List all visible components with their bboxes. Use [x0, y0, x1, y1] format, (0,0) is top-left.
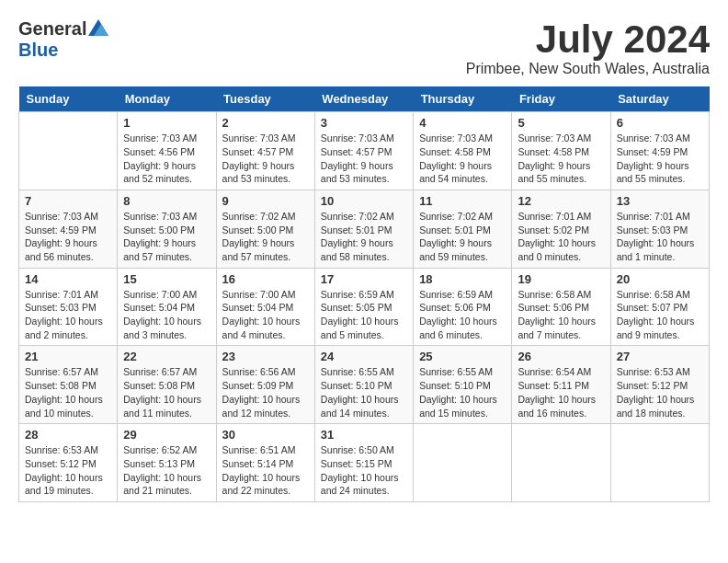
table-row: 24Sunrise: 6:55 AMSunset: 5:10 PMDayligh… [314, 346, 413, 424]
table-row: 21Sunrise: 6:57 AMSunset: 5:08 PMDayligh… [19, 346, 118, 424]
table-row [19, 112, 118, 190]
table-row: 20Sunrise: 6:58 AMSunset: 5:07 PMDayligh… [610, 268, 709, 346]
cell-info: Sunrise: 6:58 AMSunset: 5:06 PMDaylight:… [518, 288, 604, 342]
cell-info: Sunrise: 7:01 AMSunset: 5:02 PMDaylight:… [518, 210, 604, 264]
table-row: 28Sunrise: 6:53 AMSunset: 5:12 PMDayligh… [19, 424, 118, 502]
week-row-2: 14Sunrise: 7:01 AMSunset: 5:03 PMDayligh… [19, 268, 710, 346]
header-cell-sunday: Sunday [19, 86, 118, 112]
week-row-4: 28Sunrise: 6:53 AMSunset: 5:12 PMDayligh… [19, 424, 710, 502]
month-title: July 2024 [466, 18, 710, 61]
table-row: 19Sunrise: 6:58 AMSunset: 5:06 PMDayligh… [512, 268, 610, 346]
table-row: 22Sunrise: 6:57 AMSunset: 5:08 PMDayligh… [118, 346, 216, 424]
table-row: 5Sunrise: 7:03 AMSunset: 4:58 PMDaylight… [512, 112, 610, 190]
cell-info: Sunrise: 6:58 AMSunset: 5:07 PMDaylight:… [617, 288, 703, 342]
table-row [610, 424, 709, 502]
header-row: SundayMondayTuesdayWednesdayThursdayFrid… [19, 86, 710, 112]
cell-info: Sunrise: 6:50 AMSunset: 5:15 PMDaylight:… [321, 443, 407, 498]
location-text: Primbee, New South Wales, Australia [466, 61, 710, 77]
table-row: 16Sunrise: 7:00 AMSunset: 5:04 PMDayligh… [216, 268, 314, 346]
cell-info: Sunrise: 7:00 AMSunset: 5:04 PMDaylight:… [123, 288, 210, 342]
header-cell-monday: Monday [118, 86, 216, 112]
table-row: 14Sunrise: 7:01 AMSunset: 5:03 PMDayligh… [19, 268, 118, 346]
cell-info: Sunrise: 7:03 AMSunset: 5:00 PMDaylight:… [123, 210, 210, 264]
table-row: 2Sunrise: 7:03 AMSunset: 4:57 PMDaylight… [216, 112, 314, 190]
calendar-header: SundayMondayTuesdayWednesdayThursdayFrid… [19, 86, 710, 112]
day-number: 5 [518, 116, 604, 130]
header-cell-tuesday: Tuesday [216, 86, 314, 112]
logo: General Blue [18, 18, 108, 61]
cell-info: Sunrise: 7:01 AMSunset: 5:03 PMDaylight:… [25, 288, 111, 342]
day-number: 7 [25, 194, 111, 208]
cell-info: Sunrise: 6:53 AMSunset: 5:12 PMDaylight:… [25, 443, 111, 498]
day-number: 3 [321, 116, 407, 130]
cell-info: Sunrise: 6:59 AMSunset: 5:05 PMDaylight:… [321, 288, 407, 342]
day-number: 14 [25, 272, 111, 286]
calendar-table: SundayMondayTuesdayWednesdayThursdayFrid… [18, 86, 710, 502]
cell-info: Sunrise: 7:03 AMSunset: 4:59 PMDaylight:… [617, 132, 703, 186]
cell-info: Sunrise: 7:00 AMSunset: 5:04 PMDaylight:… [222, 288, 309, 342]
table-row: 7Sunrise: 7:03 AMSunset: 4:59 PMDaylight… [19, 190, 118, 268]
day-number: 29 [123, 428, 210, 442]
cell-info: Sunrise: 7:03 AMSunset: 4:57 PMDaylight:… [222, 132, 309, 186]
week-row-1: 7Sunrise: 7:03 AMSunset: 4:59 PMDaylight… [19, 190, 710, 268]
table-row: 9Sunrise: 7:02 AMSunset: 5:00 PMDaylight… [216, 190, 314, 268]
day-number: 31 [321, 428, 407, 442]
day-number: 26 [518, 350, 604, 363]
day-number: 1 [123, 116, 210, 130]
day-number: 13 [617, 194, 703, 208]
title-area: July 2024 Primbee, New South Wales, Aust… [466, 18, 710, 77]
table-row: 30Sunrise: 6:51 AMSunset: 5:14 PMDayligh… [216, 424, 314, 502]
day-number: 28 [25, 428, 111, 442]
table-row [414, 424, 512, 502]
day-number: 11 [419, 194, 506, 208]
table-row: 15Sunrise: 7:00 AMSunset: 5:04 PMDayligh… [118, 268, 216, 346]
table-row: 8Sunrise: 7:03 AMSunset: 5:00 PMDaylight… [118, 190, 216, 268]
table-row: 31Sunrise: 6:50 AMSunset: 5:15 PMDayligh… [314, 424, 413, 502]
day-number: 10 [321, 194, 407, 208]
table-row: 4Sunrise: 7:03 AMSunset: 4:58 PMDaylight… [414, 112, 512, 190]
cell-info: Sunrise: 7:03 AMSunset: 4:57 PMDaylight:… [321, 132, 407, 186]
header-cell-thursday: Thursday [414, 86, 512, 112]
day-number: 15 [123, 272, 210, 286]
table-row: 29Sunrise: 6:52 AMSunset: 5:13 PMDayligh… [118, 424, 216, 502]
cell-info: Sunrise: 6:55 AMSunset: 5:10 PMDaylight:… [321, 365, 407, 419]
day-number: 17 [321, 272, 407, 286]
cell-info: Sunrise: 7:01 AMSunset: 5:03 PMDaylight:… [617, 210, 703, 264]
day-number: 6 [617, 116, 703, 130]
header-cell-friday: Friday [512, 86, 610, 112]
cell-info: Sunrise: 6:54 AMSunset: 5:11 PMDaylight:… [518, 365, 604, 419]
table-row: 27Sunrise: 6:53 AMSunset: 5:12 PMDayligh… [610, 346, 709, 424]
week-row-0: 1Sunrise: 7:03 AMSunset: 4:56 PMDaylight… [19, 112, 710, 190]
day-number: 27 [617, 350, 703, 363]
calendar-body: 1Sunrise: 7:03 AMSunset: 4:56 PMDaylight… [19, 112, 710, 502]
cell-info: Sunrise: 7:02 AMSunset: 5:00 PMDaylight:… [222, 210, 309, 264]
day-number: 24 [321, 350, 407, 363]
table-row [512, 424, 610, 502]
cell-info: Sunrise: 6:55 AMSunset: 5:10 PMDaylight:… [419, 365, 506, 419]
day-number: 9 [222, 194, 309, 208]
day-number: 30 [222, 428, 309, 442]
table-row: 13Sunrise: 7:01 AMSunset: 5:03 PMDayligh… [610, 190, 709, 268]
cell-info: Sunrise: 7:02 AMSunset: 5:01 PMDaylight:… [321, 210, 407, 264]
table-row: 18Sunrise: 6:59 AMSunset: 5:06 PMDayligh… [414, 268, 512, 346]
cell-info: Sunrise: 6:53 AMSunset: 5:12 PMDaylight:… [617, 365, 703, 419]
day-number: 18 [419, 272, 506, 286]
table-row: 17Sunrise: 6:59 AMSunset: 5:05 PMDayligh… [314, 268, 413, 346]
table-row: 12Sunrise: 7:01 AMSunset: 5:02 PMDayligh… [512, 190, 610, 268]
day-number: 25 [419, 350, 506, 363]
day-number: 21 [25, 350, 111, 363]
day-number: 4 [419, 116, 506, 130]
day-number: 23 [222, 350, 309, 363]
logo-blue-text: Blue [18, 40, 58, 61]
day-number: 12 [518, 194, 604, 208]
table-row: 25Sunrise: 6:55 AMSunset: 5:10 PMDayligh… [414, 346, 512, 424]
cell-info: Sunrise: 6:56 AMSunset: 5:09 PMDaylight:… [222, 365, 309, 419]
cell-info: Sunrise: 6:57 AMSunset: 5:08 PMDaylight:… [123, 365, 210, 419]
day-number: 20 [617, 272, 703, 286]
table-row: 11Sunrise: 7:02 AMSunset: 5:01 PMDayligh… [414, 190, 512, 268]
day-number: 2 [222, 116, 309, 130]
header-cell-wednesday: Wednesday [314, 86, 413, 112]
day-number: 8 [123, 194, 210, 208]
cell-info: Sunrise: 6:51 AMSunset: 5:14 PMDaylight:… [222, 443, 309, 498]
week-row-3: 21Sunrise: 6:57 AMSunset: 5:08 PMDayligh… [19, 346, 710, 424]
